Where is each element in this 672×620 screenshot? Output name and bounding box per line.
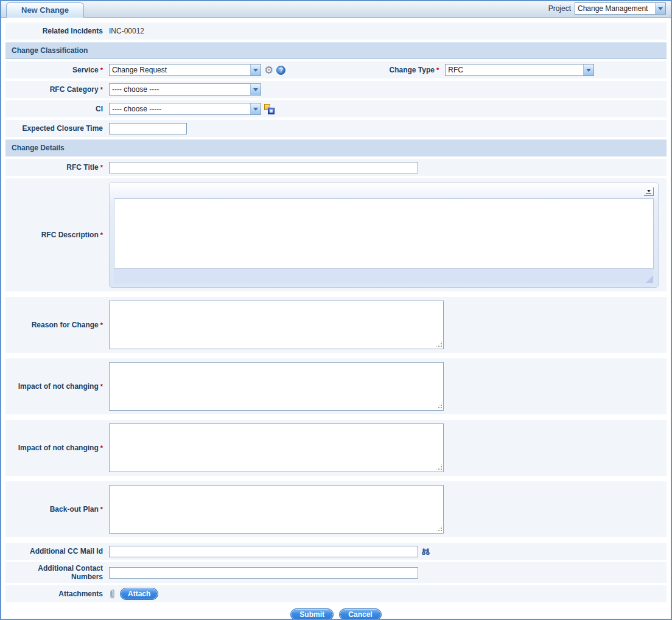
form-content: Related Incidents INC-00012 Change Class… [1,18,671,620]
service-row: Service* Change Request ⚙ ? Change Type*… [5,61,667,78]
related-incidents-row: Related Incidents INC-00012 [5,23,667,40]
related-incidents-label: Related Incidents [5,27,109,35]
editor-resize-handle[interactable] [646,276,653,283]
submit-button[interactable]: Submit [290,608,334,620]
cancel-button[interactable]: Cancel [339,608,381,620]
expected-closure-time-label: Expected Closure Time [5,124,109,133]
impact-of-not-changing-textarea-1[interactable] [109,362,444,411]
chevron-down-icon [250,64,261,75]
additional-cc-mail-row: Additional CC Mail Id [5,543,667,560]
reason-for-change-textarea[interactable] [109,301,444,349]
toolbar-toggle-icon[interactable] [644,187,654,196]
new-change-window: New Change Project Change Management Rel… [0,0,672,620]
chevron-down-icon [583,64,593,75]
project-select[interactable]: Change Management [575,2,666,15]
project-area: Project Change Management [548,2,666,17]
backout-plan-row: Back-out Plan* [5,481,667,537]
rfc-category-label: RFC Category* [5,85,109,94]
ci-select[interactable]: ---- choose ----- [109,103,261,115]
chevron-down-icon [250,84,261,95]
paperclip-icon [109,588,116,600]
service-label: Service* [5,66,109,74]
attach-button[interactable]: Attach [120,588,158,600]
tab-bar: New Change Project Change Management [1,1,671,18]
rfc-title-row: RFC Title* [5,159,667,176]
backout-plan-label: Back-out Plan* [5,505,109,514]
form-actions: Submit Cancel [5,607,667,620]
tab-new-change[interactable]: New Change [6,2,84,18]
rfc-category-row: RFC Category* ---- choose ---- [5,81,667,98]
chevron-down-icon [250,103,261,114]
binoculars-search-icon[interactable] [421,547,430,556]
ci-row: CI ---- choose ----- [5,100,667,117]
impact-of-not-changing-row-2: Impact of not changing* [5,420,667,476]
additional-cc-mail-input[interactable] [109,546,418,557]
impact-of-not-changing-label: Impact of not changing* [5,444,109,452]
required-marker: * [100,86,103,93]
ci-label: CI [5,105,109,113]
required-marker: * [100,231,103,239]
change-type-label: Change Type* [285,66,445,74]
editor-toolbar [114,185,654,198]
service-select[interactable]: Change Request [109,64,261,76]
rfc-category-select[interactable]: ---- choose ---- [109,83,261,96]
attachments-row: Attachments Attach [5,585,667,602]
required-marker: * [100,164,103,171]
help-icon[interactable]: ? [276,66,285,75]
rfc-description-input[interactable] [114,198,654,269]
rfc-description-row: RFC Description* [5,178,667,291]
project-label: Project [548,4,571,13]
rfc-title-label: RFC Title* [5,163,109,172]
rfc-description-editor [109,182,659,288]
editor-statusbar [114,269,654,284]
additional-contact-numbers-label: Additional Contact Numbers [5,564,109,581]
related-incidents-value: INC-00012 [109,27,144,35]
required-marker: * [100,321,103,329]
expected-closure-time-input[interactable] [109,123,187,134]
additional-contact-numbers-row: Additional Contact Numbers [5,562,667,583]
tab-title: New Change [21,5,69,15]
reason-for-change-label: Reason for Change* [5,321,109,329]
reason-for-change-row: Reason for Change* [5,297,667,353]
required-marker: * [436,66,439,74]
chevron-down-icon [655,3,665,14]
impact-of-not-changing-label: Impact of not changing* [5,382,109,391]
impact-of-not-changing-row-1: Impact of not changing* [5,358,667,414]
required-marker: * [100,66,103,74]
attachments-label: Attachments [5,590,109,598]
required-marker: * [100,444,103,451]
rfc-description-label: RFC Description* [5,231,109,239]
impact-of-not-changing-textarea-2[interactable] [109,423,444,472]
expected-closure-time-row: Expected Closure Time [5,120,667,137]
rfc-title-input[interactable] [109,162,418,173]
required-marker: * [100,506,103,513]
additional-contact-numbers-input[interactable] [109,567,418,579]
gear-icon[interactable]: ⚙ [264,65,273,75]
backout-plan-textarea[interactable] [109,485,444,534]
additional-cc-mail-label: Additional CC Mail Id [5,547,109,556]
change-type-select[interactable]: RFC [445,64,594,76]
section-change-classification: Change Classification [5,42,667,59]
required-marker: * [100,383,103,390]
ci-picker-icon[interactable] [264,104,275,114]
section-change-details: Change Details [5,139,667,156]
